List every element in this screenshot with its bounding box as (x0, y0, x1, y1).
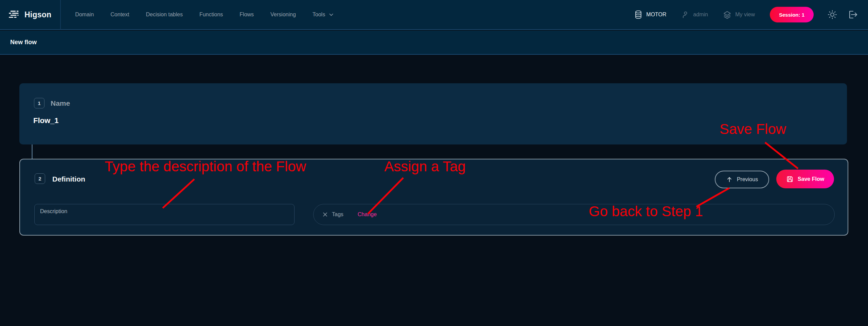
higson-logo-icon (9, 10, 19, 20)
step-connector-line (32, 144, 33, 159)
nav-item-versioning[interactable]: Versioning (270, 12, 296, 18)
brand-name: Higson (24, 10, 51, 19)
schema-selector[interactable]: MOTOR (634, 10, 666, 19)
save-icon (786, 175, 794, 183)
schema-label: MOTOR (646, 12, 666, 18)
flow-name-value: Flow_1 (33, 116, 59, 125)
previous-button-label: Previous (737, 176, 758, 183)
header-right: MOTOR admin (634, 7, 868, 22)
session-label: Session: 1 (779, 12, 804, 18)
previous-button[interactable]: Previous (715, 171, 769, 188)
logout-icon (848, 10, 858, 20)
theme-toggle-button[interactable] (827, 10, 837, 20)
step1-number-badge: 1 (34, 98, 45, 108)
arrow-up-icon (726, 176, 733, 183)
annotation-description-hint: Type the description of the Flow (105, 159, 306, 174)
nav-item-decision-tables[interactable]: Decision tables (146, 12, 183, 18)
annotation-save-hint: Save Flow (720, 122, 786, 137)
step2-number-badge: 2 (35, 173, 45, 184)
chevron-down-icon (329, 12, 334, 17)
main-nav: Domain Context Decision tables Functions… (61, 12, 334, 18)
nav-item-domain[interactable]: Domain (75, 12, 94, 18)
session-button[interactable]: Session: 1 (770, 7, 814, 22)
layers-icon (723, 11, 731, 19)
user-icon (681, 11, 690, 19)
user-menu[interactable]: admin (681, 11, 708, 19)
nav-item-tools[interactable]: Tools (313, 12, 334, 18)
clear-tags-icon[interactable] (322, 212, 328, 217)
sun-icon (827, 10, 837, 20)
top-navbar: Higson Domain Context Decision tables Fu… (0, 0, 868, 30)
higson-app: Higson Domain Context Decision tables Fu… (0, 0, 868, 326)
step2-title: Definition (52, 175, 85, 183)
page-title: New flow (10, 39, 37, 46)
save-flow-button-label: Save Flow (798, 176, 824, 182)
annotation-tag-hint: Assign a Tag (384, 159, 466, 174)
save-flow-button[interactable]: Save Flow (776, 170, 834, 188)
breadcrumb-bar: New flow (0, 31, 868, 55)
user-label: admin (693, 12, 708, 18)
tags-label: Tags (332, 211, 343, 218)
brand-logo[interactable]: Higson (0, 0, 60, 29)
nav-item-functions[interactable]: Functions (199, 12, 223, 18)
nav-item-flows[interactable]: Flows (240, 12, 254, 18)
database-icon (634, 10, 642, 19)
tags-field: Tags Change (313, 204, 835, 225)
my-view-label: My view (735, 12, 755, 18)
logout-button[interactable] (848, 10, 858, 20)
description-input[interactable] (34, 204, 295, 225)
my-view-menu[interactable]: My view (723, 11, 755, 19)
step1-title: Name (51, 99, 70, 107)
change-tags-link[interactable]: Change (356, 211, 379, 218)
annotation-previous-hint: Go back to Step 1 (589, 204, 703, 219)
nav-item-context[interactable]: Context (110, 12, 129, 18)
